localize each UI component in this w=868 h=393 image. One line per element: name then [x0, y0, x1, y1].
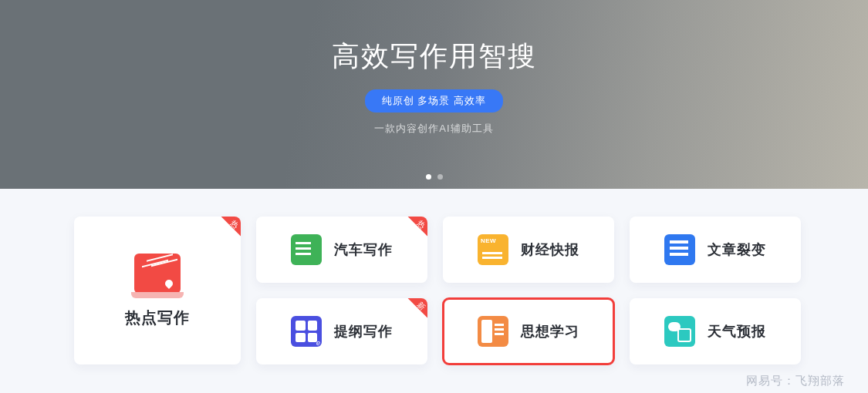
card-label: 财经快报	[521, 240, 579, 259]
card-car-writing[interactable]: 热 汽车写作	[256, 217, 427, 283]
card-article-split[interactable]: 文章裂变	[630, 217, 801, 283]
watermark-text: 网易号：飞翔部落	[746, 374, 845, 388]
card-hot-writing[interactable]: 热 热点写作	[74, 217, 241, 364]
hero-banner: 高效写作用智搜 纯原创 多场景 高效率 一款内容创作AI辅助工具	[0, 0, 868, 189]
hero-badge: 纯原创 多场景 高效率	[365, 89, 503, 113]
carousel-dots[interactable]	[426, 174, 443, 180]
document-blue-icon	[664, 234, 695, 265]
card-label: 思想学习	[521, 322, 579, 341]
ribbon-hot: 热	[214, 217, 241, 243]
hero-subtitle: 一款内容创作AI辅助工具	[374, 122, 493, 136]
document-green-icon	[291, 234, 322, 265]
card-outline-writing[interactable]: 新 提纲写作	[256, 298, 427, 364]
card-label: 汽车写作	[334, 240, 393, 259]
chart-flame-icon	[134, 254, 181, 294]
card-label: 天气预报	[708, 322, 766, 341]
card-finance-news[interactable]: 财经快报	[443, 217, 614, 283]
card-weather-report[interactable]: 天气预报	[630, 298, 801, 364]
ribbon-new: 新	[401, 298, 427, 324]
ribbon-hot: 热	[401, 217, 427, 243]
card-label: 文章裂变	[708, 240, 766, 259]
new-badge-icon	[478, 234, 508, 265]
feature-grid: 热 热点写作 热 汽车写作 财经快报 文章裂变 新 提纲写作 思想学习	[0, 189, 868, 364]
card-label: 提纲写作	[334, 322, 393, 341]
carousel-dot[interactable]	[437, 174, 443, 180]
card-label: 热点写作	[125, 307, 190, 328]
cloud-teal-icon	[664, 316, 695, 347]
carousel-dot[interactable]	[426, 174, 431, 180]
hero-title: 高效写作用智搜	[332, 38, 537, 76]
book-orange-icon	[478, 316, 508, 347]
grid-purple-icon	[291, 316, 322, 347]
card-thought-study[interactable]: 思想学习	[443, 298, 614, 364]
